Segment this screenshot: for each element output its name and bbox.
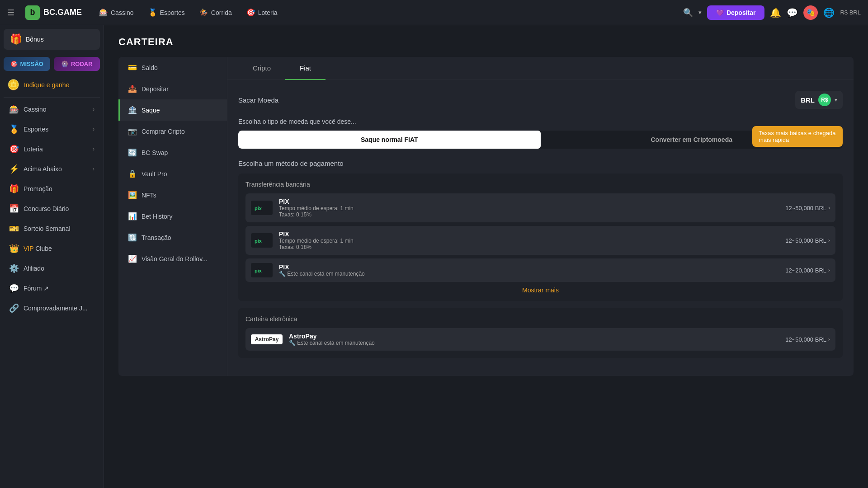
- tabs: Cripto Fiat: [227, 57, 854, 80]
- sidebar-item-esportes[interactable]: 🏅 Esportes ›: [2, 120, 102, 139]
- pix3-maintenance: 🔧 Este canal está em manutenção: [279, 271, 779, 277]
- mission-icon: 🎯: [10, 61, 18, 67]
- sidebar-item-afiliado[interactable]: ⚙️ Afiliado: [2, 259, 102, 278]
- pix2-logo: pix: [251, 233, 273, 248]
- chat-icon[interactable]: 💬: [787, 7, 798, 18]
- svg-text:pix: pix: [255, 238, 262, 244]
- sidebar-item-vip[interactable]: 👑 VIP Clube: [2, 239, 102, 258]
- svg-text:pix: pix: [255, 206, 262, 211]
- payment-item-astropay[interactable]: AstroPay AstroPay 🔧 Este canal está em m…: [245, 328, 835, 351]
- pix3-logo: pix: [251, 263, 273, 277]
- search-icon[interactable]: 🔍: [683, 8, 693, 18]
- panel-bc-swap[interactable]: 🔄 BC Swap: [118, 142, 227, 163]
- astropay-maintenance: 🔧 Este canal está em manutenção: [289, 340, 779, 346]
- mission-button[interactable]: 🎯 MISSÃO: [4, 57, 50, 71]
- refer-item[interactable]: 🪙 Indique e ganhe: [0, 75, 104, 95]
- astropay-details: AstroPay 🔧 Este canal está em manutenção: [289, 333, 779, 346]
- bank-section-title: Transferência bancária: [245, 181, 835, 188]
- forum-icon: 💬: [9, 283, 19, 293]
- cassino-chevron-icon: ›: [93, 106, 94, 113]
- payment-item-pix3[interactable]: pix PIX 🔧 Este canal está em manutenção …: [245, 258, 835, 282]
- content-inner: 💳 Saldo 📥 Depositar 🏦 Saque 📷 Comprar Cr…: [118, 57, 854, 376]
- sidebar-item-acima-abaixo[interactable]: ⚡ Acima Abaixo ›: [2, 160, 102, 178]
- cassino-sidebar-icon: 🎰: [9, 104, 19, 114]
- tipo-label: Escolha o tipo de moeda que você dese...: [238, 118, 843, 125]
- nav-loteria[interactable]: 🎯 Loteria: [240, 5, 284, 19]
- bonus-button[interactable]: 🎁 Bônus: [4, 29, 100, 50]
- panel-saldo[interactable]: 💳 Saldo: [118, 57, 227, 78]
- hamburger-icon[interactable]: ☰: [7, 8, 14, 18]
- panel-nfts[interactable]: 🖼️ NFTs: [118, 184, 227, 206]
- loteria-chevron-icon: ›: [93, 146, 94, 152]
- transacao-label: Transação: [142, 234, 171, 241]
- currency-button[interactable]: R$ BRL: [840, 9, 861, 16]
- forum-label: Fórum ↗: [24, 285, 49, 292]
- promocao-label: Promoção: [24, 185, 52, 192]
- cassino-sidebar-label: Cassino: [24, 106, 47, 113]
- type-btn-normal[interactable]: Saque normal FIAT: [238, 131, 541, 149]
- comprovadamente-label: Comprovadamente J...: [24, 305, 88, 312]
- pix3-name: PIX: [279, 263, 779, 271]
- payment-item-pix1[interactable]: pix PIX Tempo médio de espera: 1 min Tax…: [245, 193, 835, 222]
- globe-icon[interactable]: 🌐: [823, 7, 835, 18]
- nav-cassino[interactable]: 🎰 Cassino: [93, 5, 140, 19]
- panel-vault-pro[interactable]: 🔒 Vault Pro: [118, 163, 227, 184]
- svg-text:pix: pix: [255, 268, 262, 273]
- acima-abaixo-label: Acima Abaixo: [24, 165, 62, 173]
- top-nav: ☰ b BC.GAME 🎰 Cassino 🏅 Esportes 🏇 Corri…: [0, 0, 868, 25]
- sidebar-item-comprovadamente[interactable]: 🔗 Comprovadamente J...: [2, 299, 102, 318]
- mission-label: MISSÃO: [20, 61, 43, 67]
- sidebar-item-promocao[interactable]: 🎁 Promoção: [2, 179, 102, 198]
- bonus-icon: 🎁: [10, 33, 22, 45]
- currency-chevron-icon: ▾: [835, 97, 837, 103]
- loteria-sidebar-icon: 🎯: [9, 144, 19, 154]
- bc-swap-label: BC Swap: [142, 149, 168, 156]
- esportes-sidebar-icon: 🏅: [9, 124, 19, 134]
- panel-comprar-cripto[interactable]: 📷 Comprar Cripto: [118, 121, 227, 142]
- nav-esportes[interactable]: 🏅 Esportes: [142, 5, 191, 19]
- avatar[interactable]: 🎭: [803, 5, 818, 20]
- sorteio-icon: 🎫: [9, 224, 19, 234]
- sidebar-item-concurso[interactable]: 📅 Concurso Diário: [2, 199, 102, 218]
- logo-text: BC.GAME: [43, 8, 82, 17]
- panel-bet-history[interactable]: 📊 Bet History: [118, 206, 227, 227]
- sidebar-item-loteria[interactable]: 🎯 Loteria ›: [2, 140, 102, 159]
- nav-loteria-label: Loteria: [258, 9, 278, 16]
- sidebar-item-cassino[interactable]: 🎰 Cassino ›: [2, 100, 102, 119]
- pix2-name: PIX: [279, 230, 779, 238]
- spin-button[interactable]: 🎡 RODAR: [54, 57, 100, 71]
- lang-dropdown[interactable]: ▾: [698, 9, 702, 16]
- pix1-chevron-icon: ›: [828, 205, 830, 211]
- acima-abaixo-chevron-icon: ›: [93, 166, 94, 172]
- sidebar-divider-1: [4, 97, 100, 98]
- currency-selector[interactable]: BRL R$ ▾: [795, 91, 843, 109]
- spin-icon: 🎡: [61, 61, 68, 67]
- logo[interactable]: b BC.GAME: [25, 5, 82, 20]
- pix3-range: 12~20,000 BRL ›: [785, 267, 830, 274]
- tab-cripto[interactable]: Cripto: [238, 57, 285, 80]
- right-panel: Cripto Fiat Sacar Moeda BRL R$ ▾: [227, 57, 854, 376]
- currency-badge: R$: [818, 94, 831, 106]
- payment-item-pix2[interactable]: pix PIX Tempo médio de espera: 1 min Tax…: [245, 226, 835, 255]
- nfts-icon: 🖼️: [128, 191, 137, 199]
- nav-corrida[interactable]: 🏇 Corrida: [193, 5, 238, 19]
- nav-corrida-label: Corrida: [211, 9, 232, 16]
- pix1-logo: pix: [251, 201, 273, 215]
- panel-depositar[interactable]: 📥 Depositar: [118, 78, 227, 99]
- pix2-chevron-icon: ›: [828, 237, 830, 244]
- show-more-button[interactable]: Mostrar mais: [245, 286, 835, 294]
- deposit-button[interactable]: 💜 Depositar: [707, 5, 765, 20]
- nav-links: 🎰 Cassino 🏅 Esportes 🏇 Corrida 🎯 Loteria: [93, 5, 672, 19]
- sidebar-item-sorteio[interactable]: 🎫 Sorteio Semanal: [2, 219, 102, 238]
- saldo-label: Saldo: [142, 64, 158, 71]
- tab-fiat[interactable]: Fiat: [285, 57, 326, 80]
- panel-transacao[interactable]: 🔃 Transação: [118, 227, 227, 248]
- wallet-section-title: Carteira eletrônica: [245, 315, 835, 323]
- astropay-logo: AstroPay: [251, 334, 283, 344]
- bonus-label: Bônus: [26, 36, 44, 43]
- sidebar-item-forum[interactable]: 💬 Fórum ↗: [2, 279, 102, 298]
- pix1-name: PIX: [279, 198, 779, 205]
- notification-icon[interactable]: 🔔: [770, 7, 781, 18]
- panel-visao-geral[interactable]: 📈 Visão Geral do Rollov...: [118, 248, 227, 269]
- panel-saque[interactable]: 🏦 Saque: [118, 99, 227, 121]
